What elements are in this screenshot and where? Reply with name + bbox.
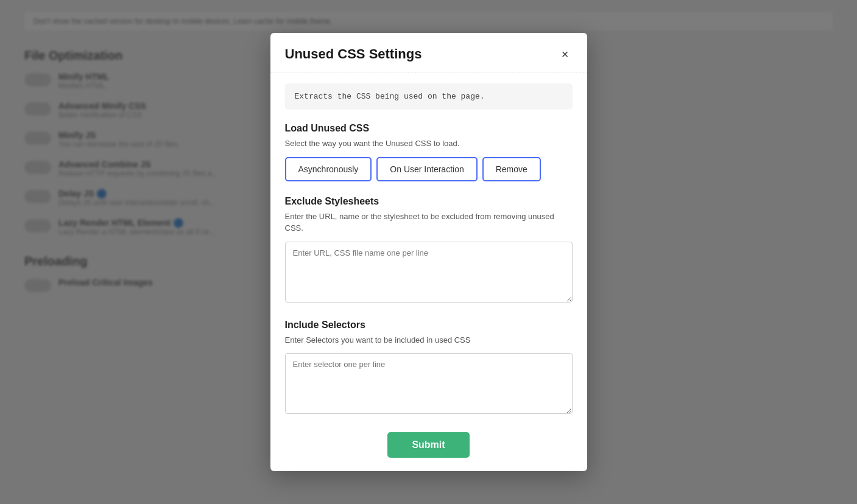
include-selectors-section: Include Selectors Enter Selectors you wa… [285, 320, 573, 417]
load-unused-css-desc: Select the way you want the Unused CSS t… [285, 138, 573, 150]
include-selectors-desc: Enter Selectors you want to be included … [285, 334, 573, 346]
load-mode-remove-button[interactable]: Remove [482, 157, 541, 181]
modal-close-button[interactable]: × [558, 47, 573, 61]
exclude-stylesheets-section: Exclude Stylesheets Enter the URL, name … [285, 196, 573, 305]
modal-header: Unused CSS Settings × [270, 33, 587, 72]
exclude-stylesheets-desc: Enter the URL, name or the stylesheet to… [285, 211, 573, 234]
include-selectors-title: Include Selectors [285, 320, 573, 331]
load-mode-interaction-button[interactable]: On User Interaction [376, 157, 477, 181]
submit-button[interactable]: Submit [387, 432, 469, 458]
modal-overlay: Unused CSS Settings × Extracts the CSS b… [0, 0, 857, 504]
unused-css-settings-modal: Unused CSS Settings × Extracts the CSS b… [270, 33, 587, 471]
modal-title: Unused CSS Settings [285, 46, 422, 62]
include-selectors-textarea[interactable] [285, 353, 573, 414]
modal-footer: Submit [270, 422, 587, 471]
load-unused-css-section: Load Unused CSS Select the way you want … [285, 123, 573, 181]
exclude-stylesheets-title: Exclude Stylesheets [285, 196, 573, 207]
load-unused-css-title: Load Unused CSS [285, 123, 573, 134]
load-mode-button-group: Asynchronously On User Interaction Remov… [285, 157, 573, 181]
modal-description: Extracts the CSS being used on the page. [285, 83, 573, 110]
load-mode-async-button[interactable]: Asynchronously [285, 157, 372, 181]
modal-body: Extracts the CSS being used on the page.… [270, 72, 587, 422]
exclude-stylesheets-textarea[interactable] [285, 242, 573, 303]
